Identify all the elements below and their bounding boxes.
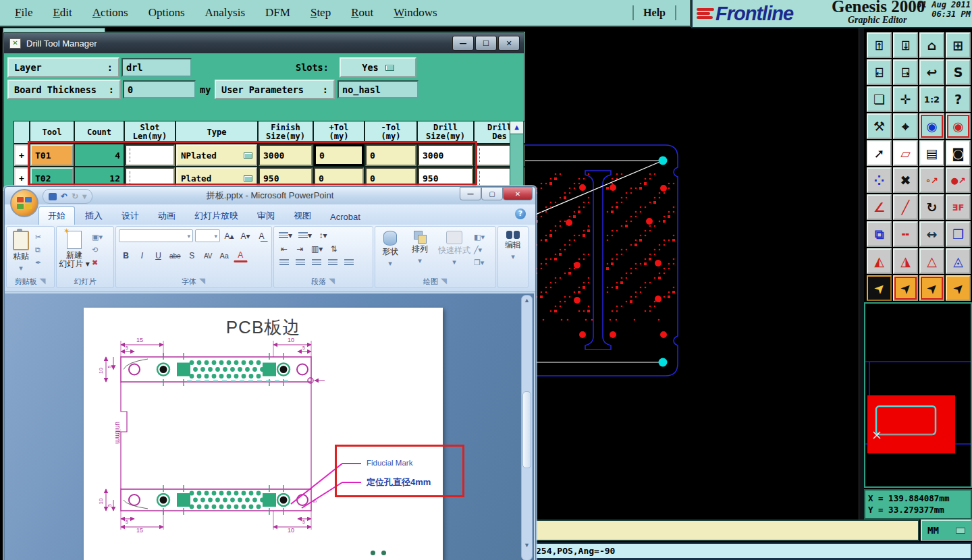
menu-file[interactable]: File [15,6,32,20]
undo-view-icon[interactable]: ↩ [919,59,944,85]
segment-icon[interactable]: ╍ [893,221,918,247]
change-case-button[interactable]: Aa [217,250,232,262]
font-family-select[interactable]: ▾ [119,229,193,242]
tab-design[interactable]: 设计 [113,207,148,225]
menu-dfm[interactable]: DFM [265,6,290,20]
xy-window-icon[interactable]: ⊞ [946,32,971,58]
zoom-ratio-icon[interactable]: 1:2 [919,86,944,112]
triangle-tool-1-icon[interactable]: ◭ [867,248,892,274]
move-symbol-icon[interactable]: ➚ [867,140,892,166]
polygon-edit-icon[interactable]: ▱ [893,140,918,166]
scroll-up-icon[interactable]: ▲ [510,121,523,134]
type-dropdown[interactable]: NPlated [176,144,257,166]
bold-button[interactable]: B [119,250,133,262]
rotate-icon[interactable]: ↻ [919,194,944,220]
grow-pad-icon[interactable]: ∘↗ [919,167,944,193]
menu-options[interactable]: Options [148,6,185,20]
units-dropdown[interactable]: MM [921,520,972,541]
shrink-font-icon[interactable]: A▾ [238,230,252,242]
copy-pad-icon[interactable]: ⧉ [867,221,892,247]
select-frame-icon[interactable]: ➤ [893,275,918,301]
ppt-close-button[interactable]: ✕ [503,187,533,200]
plus-tol-cell[interactable]: 0 [314,144,364,166]
menu-step[interactable]: Step [310,6,331,20]
paste-button[interactable]: 粘贴▾ [7,227,35,273]
select-outline-icon[interactable]: ➤ [919,275,944,301]
mirror-icon[interactable]: ƎF [946,194,971,220]
shadow-button[interactable]: S [185,250,199,262]
net-points-icon[interactable]: ⁘ [867,167,892,193]
scroll-down-icon[interactable]: ▼ [522,540,532,551]
redo-icon[interactable]: ↻ [72,192,78,201]
triangle-tool-3-icon[interactable]: △ [919,248,944,274]
maximize-button[interactable]: ☐ [475,36,497,51]
help-icon[interactable]: ? [946,86,971,112]
select-cursor-icon[interactable]: ➤ [867,275,892,301]
menu-windows[interactable]: Windows [394,6,437,20]
home-view-icon[interactable]: ⌂ [919,32,944,58]
center-view-icon[interactable]: ✛ [893,86,918,112]
layer-input[interactable]: drl [122,58,192,77]
menu-edit[interactable]: Edit [53,6,72,20]
angle-measure-icon[interactable]: ∠ [867,194,892,220]
command-input-bar[interactable] [532,520,919,541]
strikethrough-button[interactable]: abe [167,250,183,262]
screen-up-icon[interactable]: ⍐ [867,32,892,58]
quick-styles-button[interactable]: 快速样式▾ [435,227,474,268]
font-color-button[interactable]: A [234,249,248,262]
shape-group-icon[interactable]: ❒ [946,221,971,247]
delete-slide-icon[interactable]: ✖ [92,258,103,267]
menu-rout[interactable]: Rout [351,6,373,20]
menu-help[interactable]: Help [632,5,676,20]
font-size-select[interactable]: ▾ [195,229,220,242]
move-pad-icon[interactable]: ●↗ [946,167,971,193]
user-parameters-input[interactable]: no_hasl [338,80,418,99]
new-slide-button[interactable]: 新建幻灯片 ▾ [57,227,92,269]
help-icon[interactable]: ? [515,208,526,219]
decrease-indent-icon[interactable]: ⇤ [277,243,291,255]
finish-size-cell[interactable]: 3000 [259,144,313,166]
measure-width-icon[interactable]: ↔ [919,221,944,247]
minimize-button[interactable]: — [452,36,474,51]
select-net-icon[interactable]: ➤ [946,275,971,301]
arrange-button[interactable]: 排列▾ [405,227,435,268]
text-direction-icon[interactable]: ⇅ [327,243,341,255]
shapes-button[interactable]: 形状▾ [375,227,405,268]
slant-line-icon[interactable]: ╱ [893,194,918,220]
menu-analysis[interactable]: Analysis [205,6,246,20]
copy-icon[interactable]: ⧉ [35,245,41,254]
minus-tol-cell[interactable]: 0 [365,144,416,166]
clear-format-icon[interactable]: A͟ [254,230,269,242]
tab-view[interactable]: 视图 [285,207,320,225]
add-row-icon[interactable]: + [14,144,29,166]
italic-button[interactable]: I [135,250,149,262]
tab-review[interactable]: 审阅 [248,207,284,225]
tab-insert[interactable]: 插入 [76,207,111,225]
ruler-icon[interactable]: ▤ [919,140,944,166]
zoom-prev-icon[interactable]: ⍇ [867,59,892,85]
office-button[interactable] [10,189,38,217]
fit-window-icon[interactable]: ❏ [867,86,892,112]
menu-actions[interactable]: Actions [92,6,128,20]
numbering-icon[interactable]: ▾ [296,229,314,242]
char-spacing-button[interactable]: AV [201,250,215,262]
tool-cell[interactable]: T01 [30,144,74,166]
drill-size-cell[interactable]: 3000 [418,144,473,166]
delete-item-icon[interactable]: ✖ [893,167,918,193]
pad-select-icon[interactable]: ◙ [946,140,971,166]
slide-editing-area[interactable]: PCB板边 1051551051055155105unitmm Fiducial… [5,293,534,560]
scrollbar-thumb[interactable] [522,391,531,468]
netlist-compare-icon[interactable]: ◉ [919,113,944,139]
zoom-next-icon[interactable]: ⍈ [893,59,918,85]
target-line-icon[interactable]: ⌖ [893,113,918,139]
cut-icon[interactable]: ✂ [35,232,41,242]
overview-minimap[interactable] [864,302,972,488]
qat-customize-icon[interactable]: ▾ [82,192,86,201]
tab-animations[interactable]: 动画 [149,207,184,225]
save-icon[interactable] [49,193,57,200]
grow-font-icon[interactable]: A▴ [222,230,236,242]
board-thickness-input[interactable]: 0 [123,80,196,99]
screen-down-icon[interactable]: ⍗ [893,32,918,58]
bullets-icon[interactable]: ▾ [277,229,294,242]
columns-icon[interactable]: ▥▾ [309,243,325,255]
